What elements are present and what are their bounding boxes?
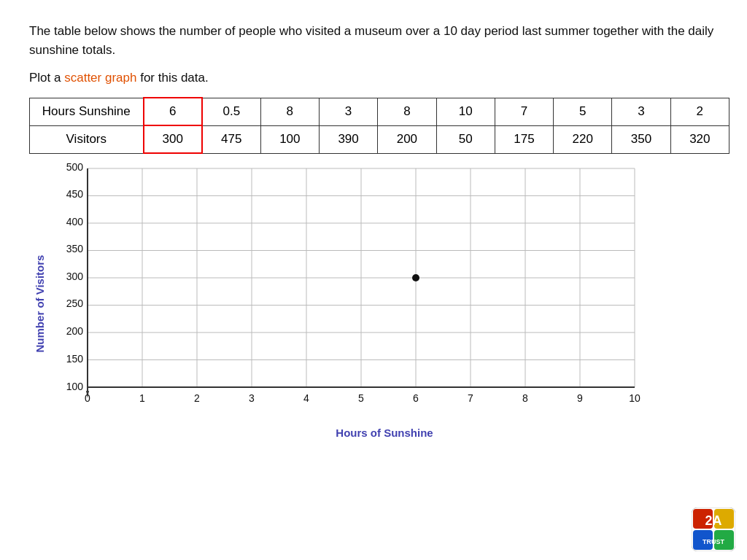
hours-val-3: 3 xyxy=(319,98,377,125)
chart-area: 100 150 200 250 300 350 400 450 500 0 1 … xyxy=(51,161,718,446)
prompt-suffix: for this data. xyxy=(136,71,208,85)
y-axis-label-container: Number of Visitors xyxy=(29,161,51,446)
visitors-val-4: 200 xyxy=(378,125,436,153)
hours-val-9: 2 xyxy=(670,98,729,125)
visitors-val-9: 320 xyxy=(670,125,729,153)
visitors-val-6: 175 xyxy=(495,125,553,153)
logo: 2A TRUST xyxy=(692,508,735,551)
y-axis-label: Number of Visitors xyxy=(34,254,47,352)
svg-text:500: 500 xyxy=(66,161,84,173)
visitors-val-5: 50 xyxy=(436,125,495,153)
svg-text:1: 1 xyxy=(139,392,145,404)
svg-text:7: 7 xyxy=(468,392,473,404)
logo-svg: 2A TRUST xyxy=(692,508,735,551)
hours-val-1: 0.5 xyxy=(202,98,260,125)
hours-val-7: 5 xyxy=(554,98,612,125)
svg-text:200: 200 xyxy=(66,325,84,337)
svg-text:3: 3 xyxy=(249,392,255,404)
x-axis-label: Hours of Sunshine xyxy=(51,427,718,439)
hours-label: Hours Sunshine xyxy=(30,98,144,125)
visitors-val-7: 220 xyxy=(554,125,612,153)
svg-text:250: 250 xyxy=(66,298,84,309)
svg-text:5: 5 xyxy=(358,392,364,404)
visitors-val-1: 475 xyxy=(202,125,260,153)
svg-text:4: 4 xyxy=(303,392,309,404)
svg-text:10: 10 xyxy=(629,392,640,404)
svg-text:100: 100 xyxy=(66,381,84,392)
hours-val-4: 8 xyxy=(378,98,436,125)
visitors-val-0: 300 xyxy=(144,125,202,153)
scatter-graph-highlight: scatter graph xyxy=(64,71,136,85)
data-table: Hours Sunshine 6 0.5 8 3 8 10 7 5 3 2 Vi… xyxy=(29,97,729,154)
hours-val-2: 8 xyxy=(260,98,319,125)
svg-text:350: 350 xyxy=(66,243,84,254)
hours-val-8: 3 xyxy=(612,98,670,125)
hours-val-0: 6 xyxy=(144,98,202,125)
svg-text:9: 9 xyxy=(577,392,583,404)
visitors-label: Visitors xyxy=(30,125,144,153)
svg-text:6: 6 xyxy=(413,392,419,404)
svg-text:450: 450 xyxy=(66,188,84,200)
visitors-val-2: 100 xyxy=(260,125,319,153)
svg-text:TRUST: TRUST xyxy=(703,538,724,545)
prompt-prefix: Plot a xyxy=(29,71,64,85)
prompt-text: Plot a scatter graph for this data. xyxy=(29,71,718,85)
visitors-val-3: 390 xyxy=(319,125,377,153)
visitors-val-8: 350 xyxy=(612,125,670,153)
svg-text:400: 400 xyxy=(66,216,84,228)
hours-val-5: 10 xyxy=(436,98,495,125)
svg-text:8: 8 xyxy=(522,392,528,404)
hours-val-6: 7 xyxy=(495,98,553,125)
description-text: The table below shows the number of peop… xyxy=(29,22,718,59)
svg-text:0: 0 xyxy=(85,392,90,404)
svg-text:300: 300 xyxy=(66,271,84,282)
svg-text:150: 150 xyxy=(66,353,84,365)
svg-text:2A: 2A xyxy=(705,513,721,528)
table-row-visitors: Visitors 300 475 100 390 200 50 175 220 … xyxy=(30,125,729,153)
page: The table below shows the number of peop… xyxy=(0,0,747,560)
chart-container: Number of Visitors xyxy=(29,161,718,446)
scatter-point xyxy=(412,274,419,281)
table-row-hours: Hours Sunshine 6 0.5 8 3 8 10 7 5 3 2 xyxy=(30,98,729,125)
svg-text:2: 2 xyxy=(194,392,200,404)
scatter-chart: 100 150 200 250 300 350 400 450 500 0 1 … xyxy=(51,161,649,424)
